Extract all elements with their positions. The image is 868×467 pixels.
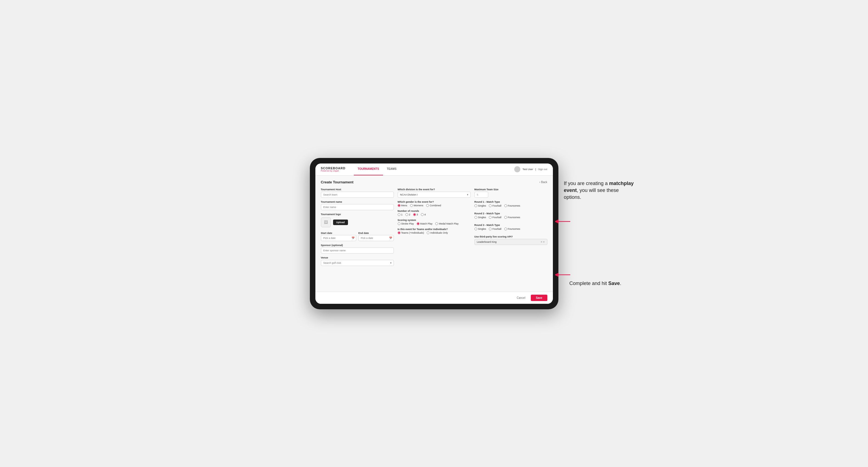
sponsor-input[interactable] <box>321 247 394 253</box>
round3-section: Round 3 - Match Type Singles Fourball <box>474 224 547 230</box>
event-individuals-radio[interactable] <box>427 231 429 234</box>
calendar-icon: 📅 <box>351 237 354 240</box>
gender-combined[interactable]: Combined <box>426 204 441 207</box>
nav-tabs: TOURNAMENTS TEAMS <box>354 163 400 175</box>
tournament-logo-group: Tournament logo 🖼 Upload <box>321 213 394 227</box>
arrow-to-save <box>555 271 572 279</box>
gender-group: Which gender is the event for? Mens Wome… <box>398 200 471 207</box>
tournament-name-group: Tournament name <box>321 200 394 210</box>
end-date-label: End date <box>359 232 369 235</box>
event-individuals[interactable]: Individuals Only <box>427 231 448 234</box>
round1-fourball-radio[interactable] <box>489 205 492 207</box>
gender-combined-radio[interactable] <box>426 204 429 207</box>
arrow-to-rounds <box>555 217 572 226</box>
logo-placeholder: 🖼 <box>321 217 331 227</box>
start-date-input[interactable] <box>321 235 356 241</box>
rounds-4-radio[interactable] <box>421 213 424 216</box>
tab-teams[interactable]: TEAMS <box>383 163 400 175</box>
rounds-3[interactable]: 3 <box>413 213 418 216</box>
date-row: Start date 📅 End date <box>321 230 394 241</box>
round1-label: Round 1 - Match Type <box>474 200 547 203</box>
tournament-name-input[interactable] <box>321 204 394 210</box>
brand-logo: SCOREBOARD Powered by clippit <box>321 167 345 172</box>
round3-singles[interactable]: Singles <box>474 227 486 230</box>
scoring-medal[interactable]: Medal Match Play <box>435 222 459 225</box>
calendar-icon-end: 📅 <box>389 237 392 240</box>
rounds-3-radio[interactable] <box>413 213 416 216</box>
scoring-medal-radio[interactable] <box>435 222 438 225</box>
scoring-match-radio[interactable] <box>417 222 420 225</box>
round2-fourball-radio[interactable] <box>489 216 492 219</box>
round1-foursomes[interactable]: Foursomes <box>504 205 520 207</box>
rounds-1[interactable]: 1 <box>398 213 403 216</box>
event-teams-radio[interactable] <box>398 231 400 234</box>
gender-womens-radio[interactable] <box>410 204 413 207</box>
logo-upload-area: 🖼 Upload <box>321 217 394 227</box>
round3-fourball-radio[interactable] <box>489 227 492 230</box>
tournament-host-input[interactable] <box>321 192 394 198</box>
end-date-input[interactable] <box>359 235 394 241</box>
venue-label: Venue <box>321 256 394 259</box>
round1-section: Round 1 - Match Type Singles Fourball <box>474 200 547 207</box>
round2-singles-label: Singles <box>478 216 486 219</box>
round2-singles-radio[interactable] <box>474 216 477 219</box>
round3-fourball-label: Fourball <box>492 227 501 230</box>
round2-foursomes[interactable]: Foursomes <box>504 216 520 219</box>
max-team-size-input[interactable] <box>474 192 488 198</box>
round3-foursomes[interactable]: Foursomes <box>504 227 520 230</box>
tournament-host-group: Tournament Host <box>321 188 394 198</box>
scoring-radio-group: Stroke Play Match Play Medal Match Play <box>398 222 471 225</box>
max-team-size-label: Maximum Team Size <box>474 188 547 191</box>
round2-foursomes-label: Foursomes <box>508 216 520 219</box>
venue-input[interactable] <box>321 260 394 266</box>
scoring-stroke[interactable]: Stroke Play <box>398 222 414 225</box>
round3-singles-radio[interactable] <box>474 227 477 230</box>
max-team-size-group: Maximum Team Size <box>474 188 547 198</box>
round1-fourball[interactable]: Fourball <box>489 205 501 207</box>
round3-foursomes-radio[interactable] <box>504 227 507 230</box>
round2-fourball[interactable]: Fourball <box>489 216 501 219</box>
gender-mens-radio[interactable] <box>398 204 400 207</box>
rounds-2[interactable]: 2 <box>405 213 410 216</box>
rounds-2-radio[interactable] <box>405 213 408 216</box>
round2-singles[interactable]: Singles <box>474 216 486 219</box>
form-grid: Tournament Host Tournament name Tourname… <box>321 188 547 266</box>
rounds-1-radio[interactable] <box>398 213 400 216</box>
round2-foursomes-radio[interactable] <box>504 216 507 219</box>
venue-select-wrapper <box>321 260 394 266</box>
upload-button[interactable]: Upload <box>333 220 348 225</box>
back-link[interactable]: ‹ Back <box>539 181 547 184</box>
venue-group: Venue <box>321 256 394 266</box>
end-date-group: End date 📅 <box>359 230 394 241</box>
page-title: Create Tournament <box>321 180 353 184</box>
scoring-label: Scoring system <box>398 219 471 221</box>
gender-womens[interactable]: Womens <box>410 204 423 207</box>
scoring-group: Scoring system Stroke Play Match Play <box>398 219 471 225</box>
rounds-4[interactable]: 4 <box>421 213 426 216</box>
round1-singles-radio[interactable] <box>474 205 477 207</box>
save-button[interactable]: Save <box>531 295 547 301</box>
round1-singles[interactable]: Singles <box>474 205 486 207</box>
event-teams[interactable]: Teams (+Individuals) <box>398 231 424 234</box>
cancel-button[interactable]: Cancel <box>514 295 529 301</box>
rounds-label: Number of rounds <box>398 210 471 212</box>
division-group: Which division is the event for? NCAA Di… <box>398 188 471 198</box>
start-date-group: Start date 📅 <box>321 230 356 241</box>
round1-fourball-label: Fourball <box>492 205 501 207</box>
round3-radio-group: Singles Fourball Foursomes <box>474 227 547 230</box>
gender-label: Which gender is the event for? <box>398 200 471 203</box>
api-tag-remove[interactable]: ✕ ▾ <box>540 241 545 243</box>
tab-tournaments[interactable]: TOURNAMENTS <box>354 163 383 175</box>
page-title-row: Create Tournament ‹ Back <box>321 180 547 184</box>
third-party-api-group: Use third-party live scoring API? Leader… <box>474 235 547 245</box>
division-select[interactable]: NCAA Division I <box>398 192 471 198</box>
scoring-match-label: Match Play <box>420 222 433 225</box>
scoring-match[interactable]: Match Play <box>417 222 433 225</box>
sponsor-label: Sponsor (optional) <box>321 244 394 247</box>
user-name: Test User <box>523 168 533 171</box>
round1-foursomes-radio[interactable] <box>504 205 507 207</box>
gender-mens[interactable]: Mens <box>398 204 407 207</box>
sign-out-link[interactable]: Sign out <box>538 168 547 171</box>
scoring-stroke-radio[interactable] <box>398 222 400 225</box>
round3-fourball[interactable]: Fourball <box>489 227 501 230</box>
